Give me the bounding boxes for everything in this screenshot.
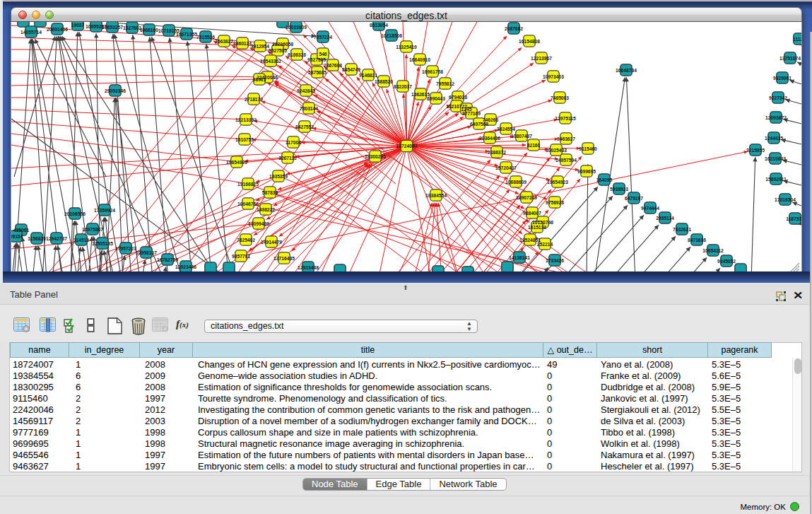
- svg-text:546: 546: [319, 52, 326, 57]
- svg-text:587833: 587833: [262, 190, 278, 195]
- svg-text:2087682: 2087682: [505, 26, 523, 31]
- svg-text:16671355: 16671355: [176, 32, 197, 37]
- svg-text:1156829: 1156829: [28, 236, 46, 241]
- svg-text:12213967: 12213967: [531, 56, 552, 61]
- svg-text:14957594: 14957594: [555, 158, 577, 163]
- svg-text:7515526: 7515526: [196, 35, 215, 40]
- svg-text:7485003: 7485003: [551, 95, 569, 100]
- svg-text:98961: 98961: [253, 77, 266, 82]
- svg-text:7386372: 7386372: [488, 150, 506, 155]
- svg-text:8990443: 8990443: [427, 96, 445, 101]
- svg-text:10807487: 10807487: [511, 134, 532, 139]
- svg-text:15720407: 15720407: [495, 165, 517, 170]
- svg-text:16648784: 16648784: [616, 68, 637, 73]
- svg-text:1610755: 1610755: [235, 137, 254, 142]
- svg-text:7625402: 7625402: [237, 238, 255, 243]
- svg-text:9699695: 9699695: [577, 169, 596, 174]
- svg-text:8860124: 8860124: [233, 41, 252, 46]
- svg-text:9857791: 9857791: [232, 254, 250, 259]
- svg-text:2718170: 2718170: [245, 97, 263, 102]
- svg-text:20364436: 20364436: [479, 136, 500, 141]
- svg-text:3267110: 3267110: [278, 156, 297, 160]
- svg-text:9527505: 9527505: [307, 57, 326, 62]
- svg-text:10025433: 10025433: [546, 148, 567, 153]
- svg-text:11125: 11125: [793, 37, 802, 42]
- svg-text:10975867: 10975867: [82, 227, 103, 232]
- svg-text:6966160: 6966160: [140, 28, 158, 33]
- svg-text:14099489: 14099489: [248, 221, 269, 226]
- svg-text:9115460: 9115460: [579, 146, 597, 151]
- svg-text:9146821: 9146821: [359, 73, 377, 78]
- svg-text:7357224: 7357224: [314, 35, 332, 40]
- svg-text:12942737: 12942737: [46, 236, 67, 241]
- svg-text:10654112: 10654112: [702, 248, 724, 253]
- svg-text:1733426: 1733426: [546, 258, 564, 263]
- svg-text:10046766: 10046766: [237, 201, 259, 206]
- svg-text:7955812: 7955812: [436, 81, 454, 86]
- svg-text:3912954: 3912954: [251, 44, 269, 49]
- svg-text:164095: 164095: [596, 177, 613, 182]
- svg-text:19654923: 19654923: [547, 180, 568, 185]
- svg-text:17016504: 17016504: [775, 197, 796, 202]
- svg-text:23226058: 23226058: [272, 42, 293, 47]
- svg-text:8322037: 8322037: [394, 84, 412, 89]
- svg-text:10120746: 10120746: [532, 220, 553, 225]
- svg-text:10543362: 10543362: [260, 59, 281, 64]
- svg-text:12093872: 12093872: [765, 115, 787, 120]
- svg-text:6497568: 6497568: [470, 122, 488, 127]
- svg-text:16154808: 16154808: [519, 39, 540, 44]
- svg-text:8813054: 8813054: [370, 23, 388, 28]
- svg-text:9227342: 9227342: [769, 95, 787, 100]
- svg-text:16640910: 16640910: [409, 57, 430, 62]
- svg-text:18300295: 18300295: [365, 154, 386, 159]
- svg-text:6794028: 6794028: [449, 95, 467, 100]
- svg-text:5938923: 5938923: [610, 187, 628, 192]
- svg-text:2935114: 2935114: [656, 216, 674, 221]
- svg-text:9463627: 9463627: [557, 136, 575, 141]
- svg-text:12975115: 12975115: [555, 116, 576, 121]
- svg-text:9756928: 9756928: [546, 200, 564, 205]
- svg-text:1935359: 1935359: [269, 174, 288, 179]
- svg-text:17359924: 17359924: [94, 208, 115, 213]
- svg-text:5875685: 5875685: [308, 70, 326, 75]
- svg-text:7663822: 7663822: [215, 39, 233, 44]
- svg-text:1527602: 1527602: [123, 25, 141, 30]
- svg-text:19166825: 19166825: [237, 182, 259, 187]
- svg-text:17957223: 17957223: [115, 246, 136, 251]
- svg-text:12213392: 12213392: [235, 117, 257, 122]
- svg-text:11325419: 11325419: [396, 45, 417, 49]
- svg-text:1167534: 1167534: [786, 216, 802, 221]
- svg-text:9245052: 9245052: [717, 259, 736, 264]
- svg-text:18907249: 18907249: [516, 195, 537, 200]
- svg-text:16210643: 16210643: [765, 156, 786, 161]
- svg-text:10958107: 10958107: [136, 250, 157, 255]
- svg-text:10973403: 10973403: [543, 74, 564, 79]
- svg-text:6479197: 6479197: [625, 196, 643, 201]
- svg-text:3624554: 3624554: [497, 127, 515, 132]
- svg-text:9474444: 9474444: [641, 206, 659, 211]
- svg-text:10653257: 10653257: [102, 25, 123, 30]
- svg-text:39154: 39154: [11, 234, 23, 239]
- svg-text:9242845: 9242845: [297, 88, 315, 93]
- svg-text:252214: 252214: [537, 242, 553, 247]
- svg-text:19654925: 19654925: [226, 160, 247, 165]
- svg-text:3215955: 3215955: [746, 148, 765, 153]
- svg-text:1244415: 1244415: [765, 136, 783, 141]
- svg-text:12923446: 12923446: [175, 264, 196, 269]
- svg-text:29053346: 29053346: [105, 88, 126, 93]
- svg-text:15692911: 15692911: [765, 177, 787, 182]
- svg-text:82160: 82160: [527, 143, 541, 148]
- svg-text:20206556: 20206556: [64, 211, 86, 216]
- svg-text:12505135: 12505135: [92, 241, 113, 246]
- svg-text:16961758: 16961758: [422, 69, 443, 74]
- svg-text:16033809: 16033809: [286, 25, 307, 30]
- svg-text:19037: 19037: [71, 23, 85, 28]
- svg-text:10688609: 10688609: [505, 180, 526, 185]
- svg-text:9329961: 9329961: [773, 76, 792, 81]
- svg-text:9777169: 9777169: [462, 111, 481, 116]
- svg-text:10218506: 10218506: [381, 33, 402, 38]
- svg-text:13716485: 13716485: [273, 256, 295, 261]
- svg-text:19384554: 19384554: [425, 193, 447, 198]
- svg-text:8471636: 8471636: [688, 238, 706, 243]
- svg-text:14136141: 14136141: [509, 255, 530, 260]
